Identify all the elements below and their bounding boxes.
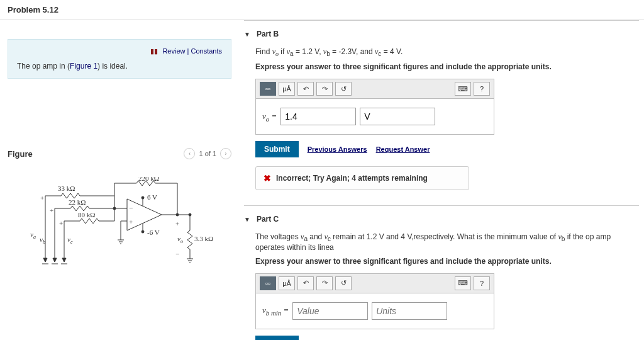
part-b-request-answer-link[interactable]: Request Answer (376, 145, 430, 153)
part-c-title: Part C (257, 215, 279, 224)
incorrect-icon: ✖ (264, 173, 271, 183)
svg-text:22 kΩ: 22 kΩ (69, 198, 86, 206)
part-b-prompt: Find vo if va = 1.2 V, vb = -2.3V, and v… (255, 47, 639, 57)
part-b-section: ▼ Part B Find vo if va = 1.2 V, vb = -2.… (244, 20, 639, 205)
part-b-feedback: ✖ Incorrect; Try Again; 4 attempts remai… (255, 166, 469, 190)
part-c-header[interactable]: ▼ Part C (244, 215, 639, 224)
svg-text:+: + (50, 207, 53, 214)
redo-icon[interactable]: ↷ (316, 276, 333, 290)
svg-text:3.3 kΩ: 3.3 kΩ (194, 235, 213, 242)
left-column: ▮▮ Review | Constants The op amp in (Fig… (0, 20, 239, 340)
keyboard-icon[interactable]: ⌨ (455, 276, 471, 290)
svg-point-33 (113, 207, 116, 210)
part-c-section: ▼ Part C The voltages va and vc remain a… (244, 205, 639, 340)
part-b-answer-box: ▫▫ μÅ ↶ ↷ ↺ ⌨ ? vo = (255, 79, 494, 135)
right-column: ▼ Part B Find vo if va = 1.2 V, vb = -2.… (239, 20, 644, 340)
part-b-previous-answers-link[interactable]: Previous Answers (308, 145, 367, 153)
special-char-tool[interactable]: μÅ (279, 82, 295, 96)
svg-text:220 kΩ: 220 kΩ (138, 177, 159, 182)
statement-post: ) is ideal. (97, 62, 128, 71)
svg-text:6 V: 6 V (147, 193, 157, 201)
part-b-feedback-text: Incorrect; Try Again; 4 attempts remaini… (276, 174, 428, 183)
svg-point-35 (189, 213, 191, 216)
flag-icon: ▮▮ (150, 47, 158, 55)
part-c-prompt: The voltages va and vc remain at 1.2 V a… (255, 232, 639, 251)
fig-prev-button[interactable]: ‹ (184, 148, 195, 159)
statement-pre: The op amp in ( (17, 62, 70, 71)
svg-text:vc: vc (67, 235, 73, 245)
answer-toolbar: ▫▫ μÅ ↶ ↷ ↺ ⌨ ? (256, 79, 494, 99)
svg-text:vo: vo (177, 235, 183, 244)
part-c-instruction: Express your answer to three significant… (255, 257, 639, 266)
constants-link[interactable]: Constants (191, 47, 222, 55)
problem-title: Problem 5.12 (0, 0, 644, 20)
part-b-title: Part B (257, 30, 279, 38)
undo-icon[interactable]: ↶ (297, 82, 314, 96)
circuit-figure: 33 kΩ 22 kΩ 80 kΩ 220 kΩ 6 V -6 V 3.3 kΩ… (8, 164, 231, 305)
svg-point-34 (176, 213, 179, 216)
svg-text:80 kΩ: 80 kΩ (78, 211, 95, 218)
figure-header: Figure ‹ 1 of 1 › (8, 148, 231, 159)
reset-icon[interactable]: ↺ (335, 276, 352, 290)
figure-title: Figure (8, 149, 33, 159)
answer-toolbar: ▫▫ μÅ ↶ ↷ ↺ ⌨ ? (256, 274, 494, 293)
svg-text:-6 V: -6 V (147, 229, 160, 236)
problem-statement: The op amp in (Figure 1) is ideal. (17, 62, 222, 71)
special-char-tool[interactable]: μÅ (279, 276, 295, 290)
part-c-submit-button[interactable]: Submit (255, 336, 299, 340)
svg-text:+: + (129, 218, 133, 225)
part-b-instruction: Express your answer to three significant… (255, 62, 639, 71)
part-b-units-input[interactable] (360, 108, 435, 125)
figure-counter: 1 of 1 (199, 150, 216, 157)
part-b-header[interactable]: ▼ Part B (244, 30, 639, 38)
part-c-units-input[interactable] (372, 302, 447, 320)
svg-text:+: + (40, 194, 44, 201)
svg-point-21 (142, 230, 144, 233)
part-b-value-input[interactable] (280, 108, 356, 125)
svg-text:va: va (30, 230, 36, 240)
figure-link[interactable]: Figure 1 (70, 62, 97, 71)
review-link[interactable]: Review (162, 47, 185, 55)
svg-text:−: − (175, 250, 179, 258)
part-b-submit-button[interactable]: Submit (255, 141, 299, 157)
redo-icon[interactable]: ↷ (316, 82, 333, 96)
template-tool[interactable]: ▫▫ (260, 276, 276, 290)
template-tool[interactable]: ▫▫ (260, 82, 276, 96)
svg-text:vb: vb (40, 235, 45, 245)
part-b-var-label: vo = (262, 111, 277, 123)
svg-text:−: − (129, 204, 133, 212)
caret-down-icon: ▼ (244, 31, 250, 38)
svg-text:33 kΩ: 33 kΩ (58, 184, 75, 192)
help-icon[interactable]: ? (474, 82, 490, 96)
keyboard-icon[interactable]: ⌨ (455, 82, 471, 96)
part-c-answer-box: ▫▫ μÅ ↶ ↷ ↺ ⌨ ? vb min = (255, 273, 494, 329)
part-c-value-input[interactable] (292, 302, 368, 320)
help-icon[interactable]: ? (474, 276, 490, 290)
caret-down-icon: ▼ (244, 216, 250, 223)
info-card: ▮▮ Review | Constants The op amp in (Fig… (8, 39, 231, 79)
reset-icon[interactable]: ↺ (335, 82, 352, 96)
svg-text:+: + (175, 220, 179, 227)
part-c-var-label: vb min = (262, 305, 289, 317)
fig-next-button[interactable]: › (220, 148, 231, 159)
undo-icon[interactable]: ↶ (297, 276, 314, 290)
svg-point-19 (142, 196, 144, 199)
svg-text:+: + (59, 219, 63, 227)
